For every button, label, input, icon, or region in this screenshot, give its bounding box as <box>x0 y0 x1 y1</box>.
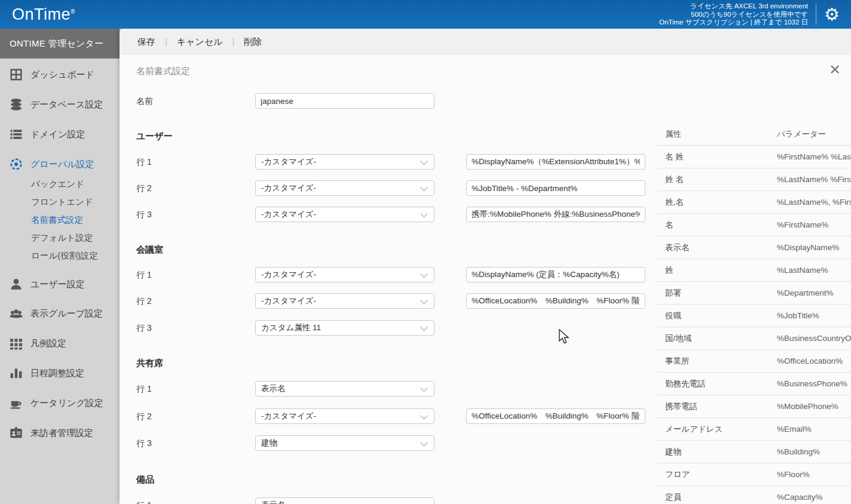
sidebar-item-display-group[interactable]: 表示グループ設定 <box>10 307 103 320</box>
globe-icon <box>10 158 23 171</box>
delete-button[interactable]: 削除 <box>244 36 262 48</box>
sidebar-item-name-format[interactable]: 名前書式設定 <box>31 214 83 226</box>
user-row2-custom-input[interactable] <box>466 180 645 196</box>
select-value: カスタム属性 11 <box>261 323 321 332</box>
license-line-2: 500のうち90ライセンスを使用中です <box>659 11 808 19</box>
id-badge-icon <box>10 426 23 440</box>
sidebar-item-schedule-settings[interactable]: 日程調整設定 <box>10 367 84 380</box>
sidebar-item-user-settings[interactable]: ユーザー設定 <box>10 278 85 291</box>
section-title-equipment: 備品 <box>136 474 154 485</box>
topbar-divider <box>816 4 816 25</box>
select-value: -カスタマイズ- <box>261 270 316 279</box>
name-label: 名前 <box>136 93 153 109</box>
row-label: 行 2 <box>136 180 152 196</box>
table-row: 定員%Capacity% <box>657 486 851 504</box>
equipment-row1-select[interactable]: 表示名 <box>255 497 434 504</box>
table-row: 部署%Department% <box>657 282 851 305</box>
select-value: -カスタマイズ- <box>261 296 316 305</box>
sidebar-item-label: 来訪者管理設定 <box>30 428 93 439</box>
license-line-1: ライセンス先 AXCEL 3rd environment <box>659 2 808 11</box>
parameter-cell: %BusinessPhone% <box>777 373 847 395</box>
room-row2-select[interactable]: -カスタマイズ- <box>255 293 434 309</box>
main-panel: 保存 | キャンセル | 削除 ✕ 名前書式設定 名前 ユーザー 行 1 -カス… <box>120 29 851 504</box>
top-bar: OnTime® ライセンス先 AXCEL 3rd environment 500… <box>0 0 851 29</box>
sidebar-item-domain[interactable]: ドメイン設定 <box>10 128 85 141</box>
attribute-cell: メールアドレス <box>665 418 723 440</box>
sidebar-item-default-settings[interactable]: デフォルト設定 <box>31 232 93 244</box>
app-window: OnTime® ライセンス先 AXCEL 3rd environment 500… <box>0 0 851 504</box>
parameter-cell: %Department% <box>777 282 834 304</box>
user-row3-select[interactable]: -カスタマイズ- <box>255 207 434 222</box>
sidebar-item-legend-settings[interactable]: 凡例設定 <box>10 337 66 350</box>
sidebar-item-backend[interactable]: バックエンド <box>31 179 84 190</box>
attribute-cell: 役職 <box>665 305 681 327</box>
sidebar-item-frontend[interactable]: フロントエンド <box>31 196 93 208</box>
parameter-column-header: パラメーター <box>777 123 826 145</box>
attribute-cell: 勤務先電話 <box>665 373 706 395</box>
cancel-button[interactable]: キャンセル <box>177 36 223 48</box>
action-toolbar: 保存 | キャンセル | 削除 <box>120 29 851 55</box>
desk-row1-select[interactable]: 表示名 <box>255 381 434 397</box>
attribute-cell: フロア <box>665 463 690 485</box>
save-button[interactable]: 保存 <box>137 36 155 48</box>
table-row: 勤務先電話%BusinessPhone% <box>657 373 851 395</box>
row-label: 行 2 <box>136 293 152 309</box>
room-row1-custom-input[interactable] <box>466 267 645 282</box>
sidebar-item-visitor-settings[interactable]: 来訪者管理設定 <box>10 426 93 440</box>
attribute-cell: 携帯電話 <box>665 395 697 417</box>
close-icon[interactable]: ✕ <box>827 62 843 78</box>
table-row: フロア%Floor% <box>657 463 851 486</box>
license-line-3: OnTime サブスクリプション | 終了まで 1032 日 <box>659 19 808 27</box>
table-header-row: 属性 パラメーター <box>657 123 851 146</box>
row-label: 行 1 <box>136 381 152 397</box>
sidebar-item-label: ケータリング設定 <box>30 398 103 409</box>
domain-list-icon <box>10 128 23 141</box>
select-value: -カスタマイズ- <box>261 210 316 219</box>
table-row: 姓%LastName% <box>657 259 851 282</box>
user-row1-custom-input[interactable] <box>466 154 645 170</box>
sidebar-item-role-settings[interactable]: ロール(役割)設定 <box>31 250 98 262</box>
desk-row3-select[interactable]: 建物 <box>255 435 434 451</box>
attribute-cell: 建物 <box>665 441 681 463</box>
sidebar-item-database[interactable]: データベース設定 <box>10 98 103 111</box>
table-row: 役職%JobTitle% <box>657 305 851 327</box>
parameter-cell: %Building% <box>777 441 820 463</box>
attribute-cell: 部署 <box>665 282 681 304</box>
sidebar-item-label: ユーザー設定 <box>30 279 85 290</box>
attribute-cell: 名 <box>665 214 674 236</box>
parameter-cell: %Floor% <box>777 463 810 485</box>
row-label: 行 1 <box>136 154 152 170</box>
user-row3-custom-input[interactable] <box>466 207 645 222</box>
user-row2-select[interactable]: -カスタマイズ- <box>255 180 434 196</box>
room-row3-select[interactable]: カスタム属性 11 <box>255 320 434 336</box>
row-label: 行 3 <box>136 435 152 451</box>
select-value: 表示名 <box>261 384 286 393</box>
parameter-cell: %MobilePhone% <box>777 395 838 417</box>
row-label: 行 2 <box>136 408 152 424</box>
attribute-cell: 定員 <box>665 486 681 504</box>
bar-chart-icon <box>10 367 23 380</box>
sidebar-item-global-settings[interactable]: グローバル設定 <box>10 158 94 171</box>
select-value: 建物 <box>261 438 277 447</box>
registered-mark: ® <box>71 8 75 15</box>
table-row: 携帯電話%MobilePhone% <box>657 395 851 418</box>
name-input[interactable] <box>255 93 434 109</box>
parameter-cell: %FirstName% %LastName% <box>777 146 851 168</box>
page-title: 名前書式設定 <box>136 66 190 77</box>
row-label: 行 1 <box>136 267 152 282</box>
user-row1-select[interactable]: -カスタマイズ- <box>255 154 434 170</box>
select-value: -カスタマイズ- <box>261 411 316 420</box>
room-row1-select[interactable]: -カスタマイズ- <box>255 267 434 282</box>
table-row: 国/地域%BusinessCountryOrRegion% <box>657 327 851 350</box>
sidebar-item-dashboard[interactable]: ダッシュボード <box>10 68 94 81</box>
parameter-cell: %Capacity% <box>777 486 823 504</box>
room-row2-custom-input[interactable] <box>466 293 645 309</box>
sidebar-item-catering-settings[interactable]: ケータリング設定 <box>10 397 103 410</box>
sidebar-item-label: ダッシュボード <box>30 69 94 81</box>
section-title-meeting-room: 会議室 <box>136 244 163 256</box>
attribute-parameter-table: 属性 パラメーター 名 姓%FirstName% %LastName% 姓 名%… <box>657 123 851 504</box>
desk-row2-select[interactable]: -カスタマイズ- <box>255 408 434 424</box>
table-row: 名 姓%FirstName% %LastName% <box>657 146 851 168</box>
desk-row2-custom-input[interactable] <box>466 408 645 424</box>
gear-icon[interactable]: ⚙ <box>821 4 843 26</box>
